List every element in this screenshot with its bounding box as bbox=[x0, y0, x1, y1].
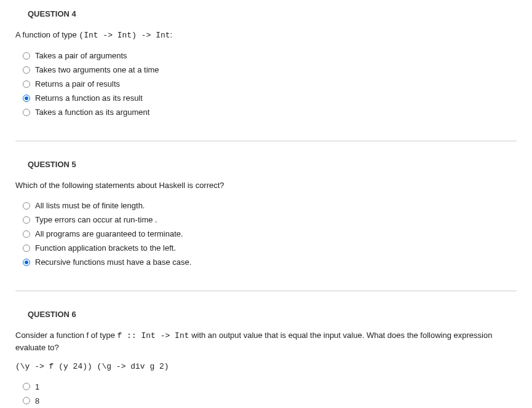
option-label: 1 bbox=[35, 382, 39, 391]
radio-button[interactable] bbox=[23, 66, 30, 74]
option-label: Function application brackets to the lef… bbox=[35, 243, 176, 253]
option-row[interactable]: All programs are guaranteed to terminate… bbox=[15, 227, 517, 241]
radio-button[interactable] bbox=[23, 95, 30, 102]
radio-button[interactable] bbox=[23, 216, 30, 224]
prompt-text: : bbox=[170, 30, 173, 39]
option-row[interactable]: Returns a function as its result bbox=[15, 91, 517, 105]
radio-button[interactable] bbox=[23, 383, 30, 390]
quiz-container: QUESTION 4A function of type (Int -> Int… bbox=[15, 9, 517, 408]
option-row[interactable]: Takes a pair of arguments bbox=[15, 49, 517, 63]
prompt-text: Which of the following statements about … bbox=[15, 181, 224, 190]
option-label: All lists must be of finite length. bbox=[35, 201, 145, 210]
prompt-text: Consider a function f of type bbox=[15, 331, 117, 340]
radio-button[interactable] bbox=[23, 202, 30, 210]
code-text: (\y -> f (y 24)) (\g -> div g 2) bbox=[15, 362, 169, 371]
option-label: 8 bbox=[35, 396, 39, 406]
option-row[interactable]: Recursive functions must have a base cas… bbox=[15, 255, 517, 269]
option-label: Recursive functions must have a base cas… bbox=[35, 257, 191, 267]
option-row[interactable]: Function application brackets to the lef… bbox=[15, 241, 517, 255]
question-block: QUESTION 5Which of the following stateme… bbox=[15, 160, 517, 291]
question-title: QUESTION 5 bbox=[28, 160, 517, 169]
option-row[interactable]: 1 bbox=[15, 380, 517, 394]
code-text: (Int -> Int) -> Int bbox=[79, 31, 170, 40]
option-row[interactable]: Type errors can occur at run-time . bbox=[15, 213, 517, 227]
question-block: QUESTION 4A function of type (Int -> Int… bbox=[15, 9, 517, 141]
question-divider bbox=[15, 291, 517, 291]
options-list: Takes a pair of argumentsTakes two argum… bbox=[15, 49, 517, 119]
question-prompt: Which of the following statements about … bbox=[15, 180, 517, 191]
option-label: All programs are guaranteed to terminate… bbox=[35, 229, 183, 238]
option-row[interactable]: 8 bbox=[15, 394, 517, 408]
question-divider bbox=[15, 141, 517, 141]
radio-button[interactable] bbox=[23, 259, 30, 266]
radio-button[interactable] bbox=[23, 109, 30, 116]
question-block: QUESTION 6Consider a function f of type … bbox=[15, 310, 517, 408]
option-label: Returns a function as its result bbox=[35, 93, 143, 103]
question-title: QUESTION 6 bbox=[28, 310, 517, 319]
options-list: All lists must be of finite length.Type … bbox=[15, 198, 517, 269]
radio-button[interactable] bbox=[23, 397, 30, 404]
option-label: Type errors can occur at run-time . bbox=[35, 215, 157, 224]
code-text: f :: Int -> Int bbox=[117, 331, 189, 340]
option-label: Takes a pair of arguments bbox=[35, 51, 127, 60]
option-row[interactable]: Takes a function as its argument bbox=[15, 105, 517, 119]
question-prompt-line2: (\y -> f (y 24)) (\g -> div g 2) bbox=[15, 361, 517, 372]
option-row[interactable]: Takes two arguments one at a time bbox=[15, 63, 517, 77]
option-row[interactable]: All lists must be of finite length. bbox=[15, 198, 517, 213]
question-title: QUESTION 4 bbox=[28, 9, 517, 18]
option-row[interactable]: Returns a pair of results bbox=[15, 77, 517, 91]
option-label: Returns a pair of results bbox=[35, 79, 120, 88]
options-list: 184912 bbox=[15, 380, 517, 408]
radio-button[interactable] bbox=[23, 52, 30, 60]
radio-button[interactable] bbox=[23, 80, 30, 88]
question-prompt: A function of type (Int -> Int) -> Int: bbox=[15, 29, 517, 41]
question-prompt: Consider a function f of type f :: Int -… bbox=[15, 330, 517, 353]
option-label: Takes two arguments one at a time bbox=[35, 65, 159, 74]
radio-button[interactable] bbox=[23, 230, 30, 238]
prompt-text: A function of type bbox=[15, 30, 79, 39]
option-label: Takes a function as its argument bbox=[35, 108, 149, 117]
radio-button[interactable] bbox=[23, 245, 30, 252]
